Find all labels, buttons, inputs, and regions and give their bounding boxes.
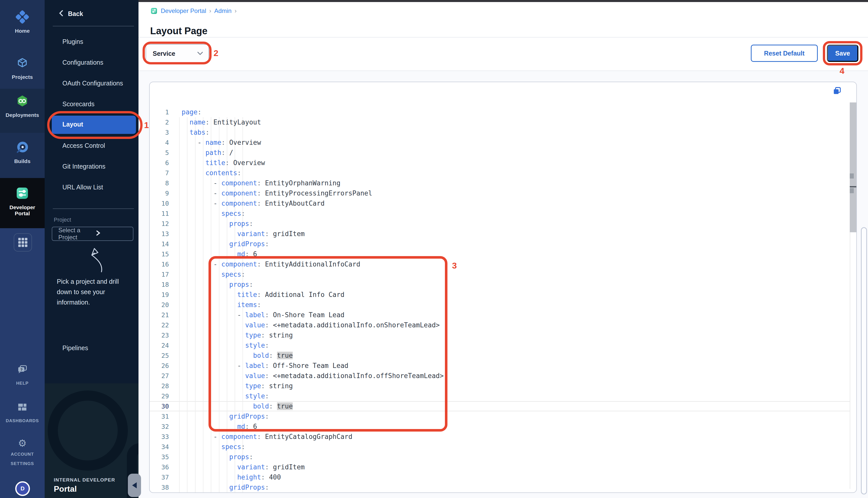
annotation-step-4: 4 bbox=[840, 66, 844, 76]
line-number: 34 bbox=[150, 443, 169, 450]
code-text: contents: bbox=[182, 169, 241, 177]
annotation-ring-service-select bbox=[143, 42, 211, 64]
line-number: 30 bbox=[150, 403, 169, 410]
code-line[interactable]: 14 gridProps: bbox=[150, 239, 850, 249]
line-number: 18 bbox=[150, 281, 169, 288]
sidebar-item-plugins[interactable]: Plugins bbox=[62, 38, 83, 45]
code-line[interactable]: 8 - component: EntityOrphanWarning bbox=[150, 178, 850, 188]
decorative-circle bbox=[48, 391, 128, 471]
code-line[interactable]: 4 - name: Overview bbox=[150, 137, 850, 147]
rail-item-label: ACCOUNT bbox=[11, 452, 34, 457]
app-window: Home Projects Deployments bbox=[0, 0, 868, 498]
editor-scrollbar-thumb[interactable] bbox=[850, 103, 856, 232]
chevron-left-icon bbox=[59, 9, 63, 18]
line-number: 3 bbox=[150, 129, 169, 136]
code-line[interactable]: 6 title: Overview bbox=[150, 158, 850, 168]
code-line[interactable]: 38 gridProps: bbox=[150, 482, 850, 493]
annotation-ring-save bbox=[823, 41, 863, 65]
rail-item-dashboards[interactable]: DASHBOARDS bbox=[0, 402, 44, 424]
line-number: 6 bbox=[150, 159, 169, 167]
reset-default-button[interactable]: Reset Default bbox=[751, 44, 818, 62]
sidebar-item-url-allow-list[interactable]: URL Allow List bbox=[62, 183, 103, 191]
sidebar-collapse-button[interactable] bbox=[128, 474, 141, 497]
code-line[interactable]: 11 specs: bbox=[150, 208, 850, 219]
sidebar-divider bbox=[53, 208, 134, 209]
line-number: 25 bbox=[150, 352, 169, 359]
doodle-arrow-icon bbox=[79, 247, 105, 276]
line-number: 10 bbox=[150, 200, 169, 207]
sidebar-item-access-control[interactable]: Access Control bbox=[62, 142, 105, 149]
line-number: 12 bbox=[150, 220, 169, 227]
sidebar-item-configurations[interactable]: Configurations bbox=[62, 58, 103, 66]
rail-item-developer-portal[interactable]: Developer Portal bbox=[0, 186, 44, 217]
code-line[interactable]: 7 contents: bbox=[150, 168, 850, 178]
code-line[interactable]: 37 height: 400 bbox=[150, 472, 850, 482]
sidebar-item-scorecards[interactable]: Scorecards bbox=[62, 100, 94, 108]
line-number: 22 bbox=[150, 322, 169, 329]
svg-text:?: ? bbox=[20, 367, 23, 372]
page-scrollbar-thumb[interactable] bbox=[861, 227, 867, 495]
grid-icon bbox=[14, 244, 31, 253]
code-text: - component: EntityCatalogGraphCard bbox=[182, 433, 352, 441]
line-number: 33 bbox=[150, 433, 169, 441]
sidebar-item-pipelines[interactable]: Pipelines bbox=[62, 344, 88, 352]
apps-grid-button[interactable] bbox=[14, 233, 32, 251]
cube-icon bbox=[0, 57, 44, 72]
project-select-button[interactable]: Select a Project bbox=[52, 227, 133, 241]
back-button[interactable]: Back bbox=[59, 9, 83, 18]
module-rail: Home Projects Deployments bbox=[0, 0, 44, 498]
breadcrumb-link-admin[interactable]: Admin bbox=[214, 7, 232, 14]
code-line[interactable]: 13 variant: gridItem bbox=[150, 229, 850, 239]
code-text: page: bbox=[182, 108, 202, 116]
sidebar-item-git-integrations[interactable]: Git Integrations bbox=[62, 162, 105, 170]
rail-item-home[interactable]: Home bbox=[0, 10, 44, 34]
line-number: 9 bbox=[150, 190, 169, 197]
code-line[interactable]: 35 props: bbox=[150, 452, 850, 462]
page-title: Layout Page bbox=[150, 26, 207, 37]
line-number: 36 bbox=[150, 463, 169, 471]
user-avatar[interactable]: D bbox=[15, 481, 30, 496]
line-number: 35 bbox=[150, 454, 169, 461]
copy-button[interactable] bbox=[832, 86, 842, 95]
line-number: 28 bbox=[150, 382, 169, 390]
code-line[interactable]: 34 specs: bbox=[150, 442, 850, 452]
code-text: props: bbox=[182, 453, 253, 461]
code-line[interactable]: 10 - component: EntityAboutCard bbox=[150, 198, 850, 208]
line-number: 1 bbox=[150, 108, 169, 116]
project-hint-text: Pick a project and drill down to see you… bbox=[57, 276, 129, 307]
line-number: 15 bbox=[150, 250, 169, 258]
line-number: 17 bbox=[150, 271, 169, 278]
line-number: 31 bbox=[150, 413, 169, 420]
code-line[interactable]: 2 name: EntityLayout bbox=[150, 117, 850, 127]
line-number: 19 bbox=[150, 291, 169, 299]
rail-item-builds[interactable]: Builds bbox=[0, 141, 44, 164]
code-text: gridProps: bbox=[182, 240, 269, 248]
line-number: 16 bbox=[150, 261, 169, 268]
rail-item-label: DASHBOARDS bbox=[6, 418, 39, 423]
line-number: 38 bbox=[150, 484, 169, 491]
avatar-initial: D bbox=[21, 485, 25, 492]
rail-item-projects[interactable]: Projects bbox=[0, 57, 44, 80]
project-select-placeholder: Select a Project bbox=[59, 227, 90, 241]
code-line[interactable]: 5 path: / bbox=[150, 147, 850, 158]
dev-portal-breadcrumb-icon bbox=[150, 7, 158, 15]
rail-item-label: Developer bbox=[0, 205, 44, 210]
code-line[interactable]: 9 - component: EntityProcessingErrorsPan… bbox=[150, 188, 850, 198]
code-line[interactable]: 3 tabs: bbox=[150, 127, 850, 137]
line-number: 37 bbox=[150, 474, 169, 481]
rail-item-help[interactable]: ? HELP bbox=[0, 363, 44, 387]
code-text: specs: bbox=[182, 443, 245, 450]
code-line[interactable]: 33 - component: EntityCatalogGraphCard bbox=[150, 432, 850, 442]
code-line[interactable]: 36 variant: gridItem bbox=[150, 462, 850, 472]
breadcrumb-link-developer-portal[interactable]: Developer Portal bbox=[161, 7, 206, 14]
copy-icon bbox=[832, 86, 842, 95]
sidebar-item-oauth-configurations[interactable]: OAuth Configurations bbox=[62, 79, 123, 87]
annotation-ring-yaml-block bbox=[208, 256, 448, 432]
triangle-left-icon bbox=[132, 482, 137, 488]
rail-item-label: Home bbox=[0, 28, 44, 34]
code-line[interactable]: 12 props: bbox=[150, 219, 850, 229]
rail-item-deployments[interactable]: Deployments bbox=[0, 94, 44, 118]
rail-item-account-settings[interactable]: ⚙ ACCOUNT SETTINGS bbox=[0, 438, 44, 467]
code-line[interactable]: 1page: bbox=[150, 107, 850, 117]
editor-overview-mark bbox=[850, 188, 854, 193]
